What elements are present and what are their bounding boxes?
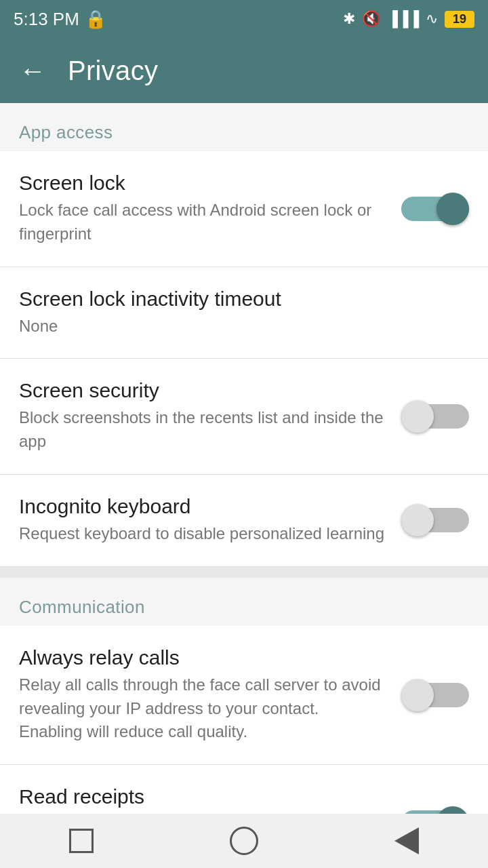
home-icon [230, 827, 258, 855]
incognito-keyboard-subtitle: Request keyboard to disable personalized… [19, 522, 385, 546]
screen-lock-timeout-title: Screen lock inactivity timeout [19, 288, 453, 311]
read-receipts-title: Read receipts [19, 785, 385, 808]
screen-lock-subtitle: Lock face call access with Android scree… [19, 199, 385, 246]
back-nav-button[interactable] [386, 821, 427, 861]
back-button[interactable]: ← [19, 57, 46, 84]
page-title: Privacy [68, 56, 158, 86]
incognito-keyboard-title: Incognito keyboard [19, 495, 385, 518]
settings-item-screen-lock-timeout[interactable]: Screen lock inactivity timeout None [0, 267, 488, 359]
screen-lock-title: Screen lock [19, 172, 385, 195]
settings-item-screen-lock[interactable]: Screen lock Lock face call access with A… [0, 151, 488, 267]
screen-security-toggle[interactable] [401, 399, 469, 434]
mute-icon: 🔇 [362, 10, 380, 28]
screen-lock-timeout-value: None [19, 315, 453, 338]
settings-item-incognito-keyboard[interactable]: Incognito keyboard Request keyboard to d… [0, 475, 488, 567]
home-button[interactable] [224, 821, 264, 861]
signal-icon: ▐▐▐ [387, 10, 419, 28]
section-divider [0, 567, 488, 578]
section-header-app-access: App access [0, 103, 488, 151]
screen-security-title: Screen security [19, 379, 385, 402]
recent-apps-icon [69, 829, 94, 853]
section-header-communication: Communication [0, 578, 488, 626]
screen-security-subtitle: Block screenshots in the recents list an… [19, 406, 385, 454]
incognito-keyboard-toggle[interactable] [401, 502, 469, 538]
always-relay-calls-title: Always relay calls [19, 646, 385, 669]
status-bar: 5:13 PM 🔒 ✱ 🔇 ▐▐▐ ∿ 19 [0, 0, 488, 38]
status-time: 5:13 PM [14, 9, 79, 30]
always-relay-calls-toggle[interactable] [401, 677, 469, 713]
recent-apps-button[interactable] [61, 821, 102, 861]
status-left: 5:13 PM 🔒 [14, 9, 106, 30]
always-relay-calls-subtitle: Relay all calls through the face call se… [19, 673, 385, 744]
status-right: ✱ 🔇 ▐▐▐ ∿ 19 [343, 10, 474, 28]
app-bar: ← Privacy [0, 38, 488, 103]
screen-lock-toggle[interactable] [401, 191, 469, 226]
settings-item-always-relay-calls[interactable]: Always relay calls Relay all calls throu… [0, 626, 488, 765]
bottom-nav [0, 814, 488, 868]
wifi-icon: ∿ [426, 10, 438, 28]
back-nav-icon [394, 827, 419, 854]
bluetooth-icon: ✱ [343, 10, 355, 28]
lock-icon: 🔒 [85, 9, 106, 30]
settings-item-screen-security[interactable]: Screen security Block screenshots in the… [0, 359, 488, 475]
battery-indicator: 19 [445, 11, 474, 28]
